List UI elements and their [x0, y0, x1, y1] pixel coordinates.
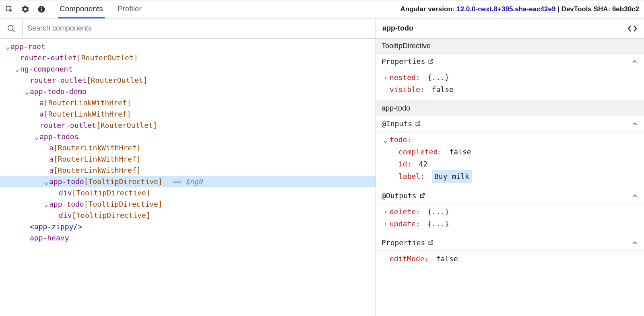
- section-properties-1[interactable]: Properties: [376, 54, 644, 69]
- svg-point-4: [8, 25, 13, 30]
- section-outputs[interactable]: @Outputs: [376, 188, 644, 203]
- tree-node[interactable]: app-heavy: [0, 232, 376, 244]
- search-input[interactable]: [23, 18, 376, 38]
- section-inputs[interactable]: @Inputs: [376, 116, 644, 131]
- open-external-icon[interactable]: [419, 193, 425, 199]
- top-toolbar: Components Profiler Angular version: 12.…: [0, 0, 644, 18]
- search-icon[interactable]: [0, 18, 23, 38]
- chevron-right-icon[interactable]: ›: [382, 72, 390, 84]
- prop-label[interactable]: label: Buy milk: [382, 170, 638, 183]
- tree-node[interactable]: ⌄app-todo[TooltipDirective]: [0, 199, 376, 210]
- tree-node[interactable]: a[RouterLinkWithHref]: [0, 154, 376, 165]
- prop-delete[interactable]: › delete : {...}: [382, 206, 638, 218]
- chevron-down-icon[interactable]: ⌄: [34, 131, 39, 142]
- tree-node[interactable]: ⌄app-todo[TooltipDirective]== $ng0: [0, 176, 376, 187]
- view-source-icon[interactable]: [627, 24, 638, 33]
- svg-rect-3: [41, 7, 42, 8]
- prop-id[interactable]: id: 42: [382, 158, 638, 170]
- chevron-down-icon[interactable]: ⌄: [382, 134, 390, 146]
- selected-component-title: app-todo: [382, 24, 413, 33]
- component-tree-panel: ⌄app-rootrouter-outlet[RouterOutlet]⌄ng-…: [0, 18, 376, 316]
- tree-node[interactable]: a[RouterLinkWithHref]: [0, 97, 376, 109]
- tree-node[interactable]: ⌄app-todo-demo: [0, 86, 376, 97]
- section-app-todo: app-todo: [376, 101, 644, 116]
- svg-line-5: [12, 29, 14, 32]
- gear-icon[interactable]: [21, 5, 30, 14]
- tabs: Components Profiler: [58, 0, 143, 18]
- tree-node[interactable]: router-outlet[RouterOutlet]: [0, 75, 376, 86]
- tree-node[interactable]: a[RouterLinkWithHref]: [0, 109, 376, 120]
- tree-node[interactable]: ⌄app-todos: [0, 131, 376, 142]
- chevron-down-icon[interactable]: ⌄: [43, 199, 49, 210]
- section-properties-2[interactable]: Properties: [376, 235, 644, 250]
- tab-profiler[interactable]: Profiler: [116, 0, 143, 18]
- ng0-ref: == $ng0: [172, 177, 203, 186]
- inspect-icon[interactable]: [5, 5, 14, 14]
- prop-todo[interactable]: ⌄ todo :: [382, 134, 638, 146]
- info-icon[interactable]: [37, 5, 46, 14]
- chevron-down-icon[interactable]: ⌄: [14, 64, 20, 75]
- label-edit-input[interactable]: Buy milk: [432, 170, 472, 183]
- tree-node[interactable]: router-outlet[RouterOutlet]: [0, 52, 376, 64]
- tab-components[interactable]: Components: [58, 0, 105, 18]
- chevron-up-icon[interactable]: [631, 58, 638, 65]
- open-external-icon[interactable]: [427, 240, 434, 246]
- tree-node[interactable]: router-outlet[RouterOutlet]: [0, 120, 376, 131]
- prop-nested[interactable]: › nested : {...}: [382, 72, 638, 84]
- chevron-right-icon[interactable]: ›: [382, 218, 390, 230]
- prop-editmode[interactable]: editMode: false: [382, 253, 638, 265]
- tree-node[interactable]: <app-zippy/>: [0, 221, 376, 232]
- prop-completed[interactable]: completed: false: [382, 146, 638, 158]
- open-external-icon[interactable]: [427, 58, 434, 65]
- tree-node[interactable]: a[RouterLinkWithHref]: [0, 142, 376, 154]
- version-text: Angular version: 12.0.0-next.8+395.sha-e…: [400, 5, 639, 13]
- tree-node[interactable]: a[RouterLinkWithHref]: [0, 165, 376, 176]
- component-tree[interactable]: ⌄app-rootrouter-outlet[RouterOutlet]⌄ng-…: [0, 39, 376, 316]
- prop-update[interactable]: › update : {...}: [382, 218, 638, 230]
- chevron-down-icon[interactable]: ⌄: [24, 86, 30, 97]
- tree-node[interactable]: ⌄app-root: [0, 41, 376, 52]
- tree-node[interactable]: ⌄ng-component: [0, 64, 376, 75]
- details-panel: app-todo TooltipDirective Properties › n…: [376, 18, 644, 316]
- chevron-up-icon[interactable]: [631, 192, 638, 199]
- chevron-down-icon[interactable]: ⌄: [5, 41, 10, 52]
- chevron-up-icon[interactable]: [631, 239, 638, 246]
- tree-node[interactable]: div[TooltipDirective]: [0, 187, 376, 199]
- section-tooltipdirective: TooltipDirective: [376, 39, 644, 54]
- prop-visible[interactable]: visible: false: [382, 84, 638, 96]
- version-link[interactable]: 12.0.0-next.8+395.sha-eac42e9: [456, 5, 555, 13]
- chevron-up-icon[interactable]: [631, 120, 638, 127]
- chevron-right-icon[interactable]: ›: [382, 206, 390, 218]
- svg-rect-2: [41, 8, 42, 11]
- chevron-down-icon[interactable]: ⌄: [43, 176, 49, 187]
- tree-node[interactable]: div[TooltipDirective]: [0, 210, 376, 221]
- open-external-icon[interactable]: [415, 121, 421, 127]
